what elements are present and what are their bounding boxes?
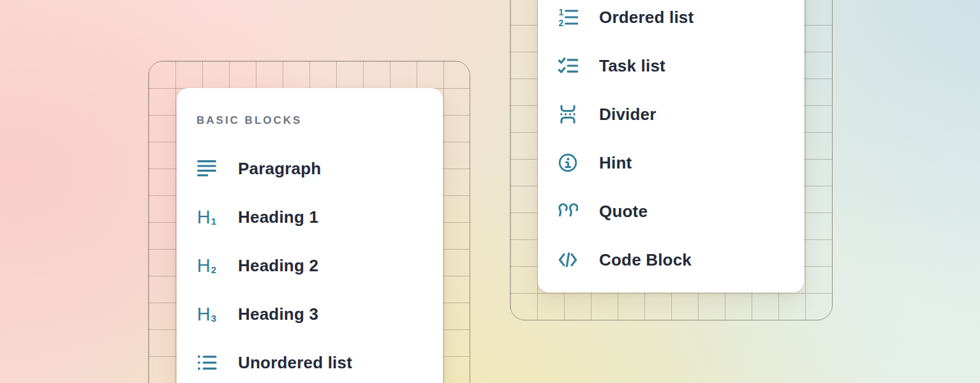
menu-item-label: Code Block xyxy=(599,250,692,270)
unordered-list-icon xyxy=(197,352,217,373)
menu-item-label: Heading 1 xyxy=(238,207,318,227)
hint-icon xyxy=(558,153,578,173)
section-header: BASIC BLOCKS xyxy=(197,114,443,128)
menu-item-divider[interactable]: Divider xyxy=(558,90,804,139)
menu-item-label: Heading 3 xyxy=(238,304,318,324)
svg-text:2: 2 xyxy=(559,18,564,27)
menu-item-unordered-list[interactable]: Unordered list xyxy=(197,338,443,383)
menu-item-label: Heading 2 xyxy=(238,256,318,276)
paragraph-icon xyxy=(197,158,217,179)
menu-item-hint[interactable]: Hint xyxy=(558,139,804,187)
menu-item-heading-2[interactable]: H2 Heading 2 xyxy=(197,241,443,290)
blocks-menu-right: 1 2 Ordered list Task list xyxy=(538,0,804,292)
divider-icon xyxy=(558,104,578,124)
menu-item-label: Task list xyxy=(599,56,665,76)
menu-item-label: Unordered list xyxy=(238,353,352,373)
menu-item-task-list[interactable]: Task list xyxy=(558,41,804,90)
menu-item-label: Quote xyxy=(599,202,648,222)
menu-item-paragraph[interactable]: Paragraph xyxy=(197,144,443,193)
code-block-icon xyxy=(558,250,578,270)
menu-item-label: Divider xyxy=(599,105,657,124)
ordered-list-icon: 1 2 xyxy=(558,7,578,27)
menu-item-label: Paragraph xyxy=(238,159,321,179)
quote-icon xyxy=(558,201,578,222)
menu-item-heading-1[interactable]: H1 Heading 1 xyxy=(197,193,443,241)
heading-3-icon: H3 xyxy=(197,304,217,324)
task-list-icon xyxy=(558,56,578,76)
heading-2-icon: H2 xyxy=(197,255,217,276)
menu-item-ordered-list[interactable]: 1 2 Ordered list xyxy=(558,0,804,41)
basic-blocks-menu: BASIC BLOCKS Paragraph H1 Heading 1 H2 H… xyxy=(177,88,443,383)
svg-text:1: 1 xyxy=(559,7,564,17)
menu-item-label: Ordered list xyxy=(599,8,694,27)
heading-1-icon: H1 xyxy=(197,207,217,227)
menu-item-label: Hint xyxy=(599,153,632,173)
menu-item-quote[interactable]: Quote xyxy=(558,187,804,236)
menu-item-heading-3[interactable]: H3 Heading 3 xyxy=(197,290,443,338)
menu-item-code-block[interactable]: Code Block xyxy=(558,236,804,284)
